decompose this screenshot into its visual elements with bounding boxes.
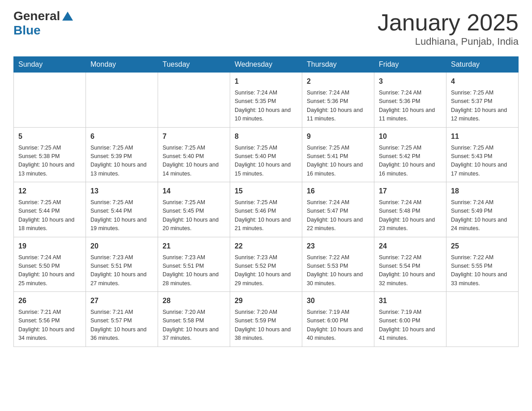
day-info: Sunrise: 7:23 AM Sunset: 5:52 PM Dayligh… bbox=[235, 253, 297, 288]
calendar-cell: 26Sunrise: 7:21 AM Sunset: 5:56 PM Dayli… bbox=[14, 292, 86, 347]
calendar-cell: 18Sunrise: 7:24 AM Sunset: 5:49 PM Dayli… bbox=[446, 182, 519, 237]
day-info: Sunrise: 7:24 AM Sunset: 5:35 PM Dayligh… bbox=[235, 89, 297, 124]
day-info: Sunrise: 7:24 AM Sunset: 5:36 PM Dayligh… bbox=[379, 89, 442, 124]
day-number: 25 bbox=[451, 241, 514, 252]
day-info: Sunrise: 7:25 AM Sunset: 5:39 PM Dayligh… bbox=[90, 144, 153, 179]
day-number: 2 bbox=[307, 76, 369, 87]
calendar-cell: 20Sunrise: 7:23 AM Sunset: 5:51 PM Dayli… bbox=[86, 237, 158, 292]
week-row-3: 12Sunrise: 7:25 AM Sunset: 5:44 PM Dayli… bbox=[14, 182, 519, 237]
calendar-cell: 31Sunrise: 7:19 AM Sunset: 6:00 PM Dayli… bbox=[374, 292, 446, 347]
calendar-cell: 16Sunrise: 7:24 AM Sunset: 5:47 PM Dayli… bbox=[302, 182, 374, 237]
calendar-cell bbox=[158, 73, 230, 128]
day-info: Sunrise: 7:24 AM Sunset: 5:47 PM Dayligh… bbox=[307, 198, 369, 233]
day-info: Sunrise: 7:19 AM Sunset: 6:00 PM Dayligh… bbox=[379, 308, 442, 343]
day-header-monday: Monday bbox=[86, 57, 158, 73]
day-info: Sunrise: 7:22 AM Sunset: 5:55 PM Dayligh… bbox=[451, 253, 514, 288]
page-header: General Blue January 2025 Ludhiana, Punj… bbox=[13, 9, 519, 47]
week-row-1: 1Sunrise: 7:24 AM Sunset: 5:35 PM Daylig… bbox=[14, 73, 519, 128]
day-info: Sunrise: 7:24 AM Sunset: 5:49 PM Dayligh… bbox=[451, 198, 514, 233]
day-number: 28 bbox=[163, 295, 225, 306]
calendar-cell: 21Sunrise: 7:23 AM Sunset: 5:51 PM Dayli… bbox=[158, 237, 230, 292]
day-number: 18 bbox=[451, 186, 514, 197]
calendar-cell: 11Sunrise: 7:25 AM Sunset: 5:43 PM Dayli… bbox=[446, 127, 519, 182]
calendar-cell: 28Sunrise: 7:20 AM Sunset: 5:58 PM Dayli… bbox=[158, 292, 230, 347]
calendar-cell: 19Sunrise: 7:24 AM Sunset: 5:50 PM Dayli… bbox=[14, 237, 86, 292]
day-info: Sunrise: 7:20 AM Sunset: 5:59 PM Dayligh… bbox=[235, 308, 297, 343]
calendar-cell: 29Sunrise: 7:20 AM Sunset: 5:59 PM Dayli… bbox=[230, 292, 302, 347]
calendar-cell: 22Sunrise: 7:23 AM Sunset: 5:52 PM Dayli… bbox=[230, 237, 302, 292]
calendar-cell: 5Sunrise: 7:25 AM Sunset: 5:38 PM Daylig… bbox=[14, 127, 86, 182]
calendar-cell: 10Sunrise: 7:25 AM Sunset: 5:42 PM Dayli… bbox=[374, 127, 446, 182]
calendar-cell: 7Sunrise: 7:25 AM Sunset: 5:40 PM Daylig… bbox=[158, 127, 230, 182]
day-info: Sunrise: 7:25 AM Sunset: 5:40 PM Dayligh… bbox=[235, 144, 297, 179]
day-info: Sunrise: 7:22 AM Sunset: 5:54 PM Dayligh… bbox=[379, 253, 442, 288]
day-number: 4 bbox=[451, 76, 514, 87]
day-info: Sunrise: 7:20 AM Sunset: 5:58 PM Dayligh… bbox=[163, 308, 225, 343]
calendar-cell: 6Sunrise: 7:25 AM Sunset: 5:39 PM Daylig… bbox=[86, 127, 158, 182]
day-header-saturday: Saturday bbox=[446, 57, 519, 73]
day-number: 8 bbox=[235, 131, 297, 142]
svg-marker-0 bbox=[62, 12, 73, 21]
day-header-tuesday: Tuesday bbox=[158, 57, 230, 73]
day-header-wednesday: Wednesday bbox=[230, 57, 302, 73]
day-number: 15 bbox=[235, 186, 297, 197]
day-number: 31 bbox=[379, 295, 442, 306]
day-info: Sunrise: 7:25 AM Sunset: 5:41 PM Dayligh… bbox=[307, 144, 369, 179]
day-number: 13 bbox=[90, 186, 153, 197]
logo-triangle-icon bbox=[61, 10, 74, 22]
day-info: Sunrise: 7:22 AM Sunset: 5:53 PM Dayligh… bbox=[307, 253, 369, 288]
day-number: 6 bbox=[90, 131, 153, 142]
day-info: Sunrise: 7:21 AM Sunset: 5:57 PM Dayligh… bbox=[90, 308, 153, 343]
day-number: 10 bbox=[379, 131, 442, 142]
day-info: Sunrise: 7:24 AM Sunset: 5:36 PM Dayligh… bbox=[307, 89, 369, 124]
day-info: Sunrise: 7:23 AM Sunset: 5:51 PM Dayligh… bbox=[90, 253, 153, 288]
calendar-cell: 13Sunrise: 7:25 AM Sunset: 5:44 PM Dayli… bbox=[86, 182, 158, 237]
logo-blue-text: Blue bbox=[13, 23, 41, 37]
calendar-cell: 1Sunrise: 7:24 AM Sunset: 5:35 PM Daylig… bbox=[230, 73, 302, 128]
logo-general-text: General bbox=[13, 9, 60, 23]
day-number: 11 bbox=[451, 131, 514, 142]
day-info: Sunrise: 7:25 AM Sunset: 5:46 PM Dayligh… bbox=[235, 198, 297, 233]
day-number: 30 bbox=[307, 295, 369, 306]
day-info: Sunrise: 7:25 AM Sunset: 5:44 PM Dayligh… bbox=[18, 198, 81, 233]
calendar-cell: 15Sunrise: 7:25 AM Sunset: 5:46 PM Dayli… bbox=[230, 182, 302, 237]
days-header-row: SundayMondayTuesdayWednesdayThursdayFrid… bbox=[14, 57, 519, 73]
day-number: 19 bbox=[18, 241, 81, 252]
day-header-sunday: Sunday bbox=[14, 57, 86, 73]
day-info: Sunrise: 7:25 AM Sunset: 5:42 PM Dayligh… bbox=[379, 144, 442, 179]
day-number: 22 bbox=[235, 241, 297, 252]
calendar-cell: 8Sunrise: 7:25 AM Sunset: 5:40 PM Daylig… bbox=[230, 127, 302, 182]
week-row-5: 26Sunrise: 7:21 AM Sunset: 5:56 PM Dayli… bbox=[14, 292, 519, 347]
day-number: 3 bbox=[379, 76, 442, 87]
calendar-cell: 27Sunrise: 7:21 AM Sunset: 5:57 PM Dayli… bbox=[86, 292, 158, 347]
day-info: Sunrise: 7:19 AM Sunset: 6:00 PM Dayligh… bbox=[307, 308, 369, 343]
day-header-thursday: Thursday bbox=[302, 57, 374, 73]
calendar-cell: 4Sunrise: 7:25 AM Sunset: 5:37 PM Daylig… bbox=[446, 73, 519, 128]
calendar-cell bbox=[446, 292, 519, 347]
day-info: Sunrise: 7:21 AM Sunset: 5:56 PM Dayligh… bbox=[18, 308, 81, 343]
day-number: 23 bbox=[307, 241, 369, 252]
day-number: 26 bbox=[18, 295, 81, 306]
day-number: 21 bbox=[163, 241, 225, 252]
calendar-cell: 2Sunrise: 7:24 AM Sunset: 5:36 PM Daylig… bbox=[302, 73, 374, 128]
calendar-table: SundayMondayTuesdayWednesdayThursdayFrid… bbox=[13, 56, 519, 347]
day-info: Sunrise: 7:25 AM Sunset: 5:38 PM Dayligh… bbox=[18, 144, 81, 179]
day-number: 5 bbox=[18, 131, 81, 142]
day-number: 7 bbox=[163, 131, 225, 142]
calendar-cell: 17Sunrise: 7:24 AM Sunset: 5:48 PM Dayli… bbox=[374, 182, 446, 237]
day-info: Sunrise: 7:25 AM Sunset: 5:43 PM Dayligh… bbox=[451, 144, 514, 179]
calendar-cell: 3Sunrise: 7:24 AM Sunset: 5:36 PM Daylig… bbox=[374, 73, 446, 128]
day-info: Sunrise: 7:24 AM Sunset: 5:50 PM Dayligh… bbox=[18, 253, 81, 288]
logo: General Blue bbox=[13, 9, 74, 38]
calendar-title: January 2025 bbox=[378, 9, 519, 36]
week-row-2: 5Sunrise: 7:25 AM Sunset: 5:38 PM Daylig… bbox=[14, 127, 519, 182]
calendar-subtitle: Ludhiana, Punjab, India bbox=[378, 36, 519, 47]
day-number: 16 bbox=[307, 186, 369, 197]
calendar-cell: 12Sunrise: 7:25 AM Sunset: 5:44 PM Dayli… bbox=[14, 182, 86, 237]
calendar-cell: 30Sunrise: 7:19 AM Sunset: 6:00 PM Dayli… bbox=[302, 292, 374, 347]
day-number: 1 bbox=[235, 76, 297, 87]
title-section: January 2025 Ludhiana, Punjab, India bbox=[378, 9, 519, 47]
day-number: 20 bbox=[90, 241, 153, 252]
day-number: 27 bbox=[90, 295, 153, 306]
calendar-cell: 25Sunrise: 7:22 AM Sunset: 5:55 PM Dayli… bbox=[446, 237, 519, 292]
